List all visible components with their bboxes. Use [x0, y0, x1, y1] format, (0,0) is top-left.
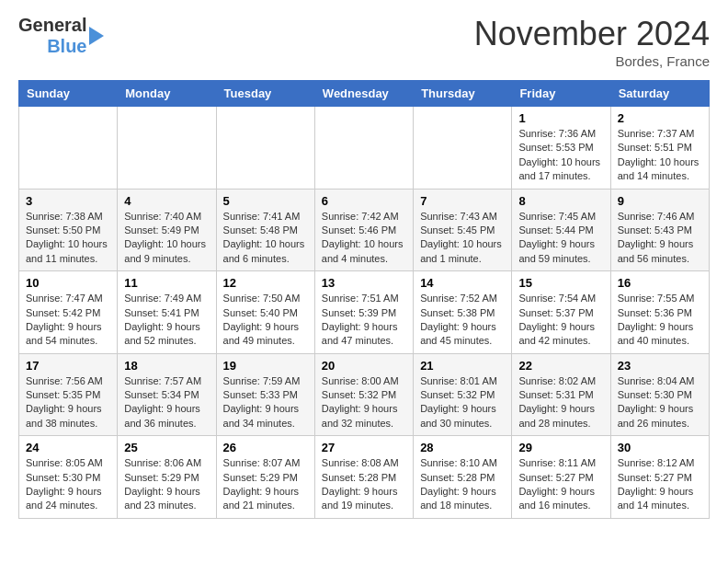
- day-number: 2: [618, 111, 702, 125]
- cell-w4-d3: 27Sunrise: 8:08 AM Sunset: 5:28 PM Dayli…: [314, 436, 413, 519]
- cell-w4-d1: 25Sunrise: 8:06 AM Sunset: 5:29 PM Dayli…: [118, 436, 216, 519]
- day-number: 6: [322, 194, 406, 208]
- day-info: Sunrise: 7:46 AM Sunset: 5:43 PM Dayligh…: [618, 210, 702, 267]
- location: Bordes, France: [474, 53, 710, 69]
- cell-w0-d4: [414, 107, 512, 190]
- day-number: 12: [223, 276, 308, 290]
- cell-w4-d0: 24Sunrise: 8:05 AM Sunset: 5:30 PM Dayli…: [19, 436, 118, 519]
- day-number: 19: [223, 359, 308, 373]
- day-number: 15: [518, 276, 603, 290]
- cell-w1-d6: 9Sunrise: 7:46 AM Sunset: 5:43 PM Daylig…: [610, 189, 709, 271]
- header-row: Sunday Monday Tuesday Wednesday Thursday…: [19, 81, 710, 107]
- day-number: 3: [26, 194, 110, 208]
- cell-w3-d5: 22Sunrise: 8:02 AM Sunset: 5:31 PM Dayli…: [512, 353, 610, 436]
- day-info: Sunrise: 7:45 AM Sunset: 5:44 PM Dayligh…: [518, 210, 603, 267]
- cell-w4-d2: 26Sunrise: 8:07 AM Sunset: 5:29 PM Dayli…: [216, 436, 314, 519]
- day-info: Sunrise: 7:56 AM Sunset: 5:35 PM Dayligh…: [26, 374, 110, 431]
- cell-w2-d4: 14Sunrise: 7:52 AM Sunset: 5:38 PM Dayli…: [414, 271, 512, 354]
- day-number: 25: [124, 441, 209, 454]
- day-number: 10: [26, 276, 110, 290]
- day-info: Sunrise: 7:50 AM Sunset: 5:40 PM Dayligh…: [223, 292, 308, 349]
- day-number: 9: [618, 194, 702, 208]
- cell-w0-d2: [216, 107, 314, 190]
- day-number: 21: [420, 359, 505, 373]
- day-info: Sunrise: 7:41 AM Sunset: 5:48 PM Dayligh…: [223, 210, 308, 267]
- cell-w4-d5: 29Sunrise: 8:11 AM Sunset: 5:27 PM Dayli…: [512, 436, 610, 519]
- cell-w2-d2: 12Sunrise: 7:50 AM Sunset: 5:40 PM Dayli…: [216, 271, 314, 354]
- cell-w3-d1: 18Sunrise: 7:57 AM Sunset: 5:34 PM Dayli…: [118, 353, 216, 436]
- cell-w0-d3: [314, 107, 413, 190]
- day-info: Sunrise: 8:11 AM Sunset: 5:27 PM Dayligh…: [518, 456, 603, 513]
- cell-w3-d4: 21Sunrise: 8:01 AM Sunset: 5:32 PM Dayli…: [414, 353, 512, 436]
- day-number: 7: [420, 194, 505, 208]
- day-info: Sunrise: 8:07 AM Sunset: 5:29 PM Dayligh…: [223, 456, 308, 513]
- cell-w2-d3: 13Sunrise: 7:51 AM Sunset: 5:39 PM Dayli…: [314, 271, 413, 354]
- col-tuesday: Tuesday: [216, 81, 314, 107]
- logo: General Blue: [18, 15, 104, 57]
- day-number: 14: [420, 276, 505, 290]
- cell-w3-d3: 20Sunrise: 8:00 AM Sunset: 5:32 PM Dayli…: [314, 353, 413, 436]
- day-info: Sunrise: 8:02 AM Sunset: 5:31 PM Dayligh…: [518, 374, 603, 431]
- day-number: 5: [223, 194, 308, 208]
- day-info: Sunrise: 7:36 AM Sunset: 5:53 PM Dayligh…: [518, 127, 603, 184]
- day-number: 28: [420, 441, 505, 454]
- cell-w0-d5: 1Sunrise: 7:36 AM Sunset: 5:53 PM Daylig…: [512, 107, 610, 190]
- cell-w0-d1: [118, 107, 216, 190]
- week-row-4: 17Sunrise: 7:56 AM Sunset: 5:35 PM Dayli…: [19, 353, 710, 436]
- day-number: 4: [124, 194, 209, 208]
- day-number: 30: [618, 441, 702, 454]
- day-info: Sunrise: 7:55 AM Sunset: 5:36 PM Dayligh…: [618, 292, 702, 349]
- week-row-3: 10Sunrise: 7:47 AM Sunset: 5:42 PM Dayli…: [19, 271, 710, 354]
- day-info: Sunrise: 7:47 AM Sunset: 5:42 PM Dayligh…: [26, 292, 110, 349]
- cell-w3-d0: 17Sunrise: 7:56 AM Sunset: 5:35 PM Dayli…: [19, 353, 118, 436]
- day-info: Sunrise: 7:54 AM Sunset: 5:37 PM Dayligh…: [518, 292, 603, 349]
- week-row-2: 3Sunrise: 7:38 AM Sunset: 5:50 PM Daylig…: [19, 189, 710, 271]
- day-info: Sunrise: 8:06 AM Sunset: 5:29 PM Dayligh…: [124, 456, 209, 513]
- cell-w1-d4: 7Sunrise: 7:43 AM Sunset: 5:45 PM Daylig…: [414, 189, 512, 271]
- day-info: Sunrise: 7:38 AM Sunset: 5:50 PM Dayligh…: [26, 210, 110, 267]
- day-number: 27: [322, 441, 406, 454]
- day-number: 16: [618, 276, 702, 290]
- logo-blue: Blue: [47, 36, 86, 57]
- month-title: November 2024: [474, 15, 710, 53]
- col-saturday: Saturday: [610, 81, 709, 107]
- day-number: 24: [26, 441, 110, 454]
- day-info: Sunrise: 7:52 AM Sunset: 5:38 PM Dayligh…: [420, 292, 505, 349]
- day-info: Sunrise: 7:37 AM Sunset: 5:51 PM Dayligh…: [618, 127, 702, 184]
- cell-w1-d3: 6Sunrise: 7:42 AM Sunset: 5:46 PM Daylig…: [314, 189, 413, 271]
- header: General Blue November 2024 Bordes, Franc…: [18, 15, 710, 69]
- col-thursday: Thursday: [414, 81, 512, 107]
- day-number: 23: [618, 359, 702, 373]
- col-monday: Monday: [118, 81, 216, 107]
- day-info: Sunrise: 7:59 AM Sunset: 5:33 PM Dayligh…: [223, 374, 308, 431]
- cell-w4-d4: 28Sunrise: 8:10 AM Sunset: 5:28 PM Dayli…: [414, 436, 512, 519]
- day-number: 22: [518, 359, 603, 373]
- col-friday: Friday: [512, 81, 610, 107]
- day-info: Sunrise: 8:01 AM Sunset: 5:32 PM Dayligh…: [420, 374, 505, 431]
- day-info: Sunrise: 7:40 AM Sunset: 5:49 PM Dayligh…: [124, 210, 209, 267]
- calendar-table: Sunday Monday Tuesday Wednesday Thursday…: [18, 80, 710, 519]
- cell-w2-d5: 15Sunrise: 7:54 AM Sunset: 5:37 PM Dayli…: [512, 271, 610, 354]
- cell-w2-d0: 10Sunrise: 7:47 AM Sunset: 5:42 PM Dayli…: [19, 271, 118, 354]
- page-container: General Blue November 2024 Bordes, Franc…: [0, 0, 728, 534]
- day-info: Sunrise: 7:49 AM Sunset: 5:41 PM Dayligh…: [124, 292, 209, 349]
- day-number: 8: [518, 194, 603, 208]
- day-number: 26: [223, 441, 308, 454]
- cell-w2-d1: 11Sunrise: 7:49 AM Sunset: 5:41 PM Dayli…: [118, 271, 216, 354]
- day-number: 13: [322, 276, 406, 290]
- day-info: Sunrise: 8:05 AM Sunset: 5:30 PM Dayligh…: [26, 456, 110, 513]
- day-info: Sunrise: 7:42 AM Sunset: 5:46 PM Dayligh…: [322, 210, 406, 267]
- day-number: 18: [124, 359, 209, 373]
- week-row-5: 24Sunrise: 8:05 AM Sunset: 5:30 PM Dayli…: [19, 436, 710, 519]
- day-number: 29: [518, 441, 603, 454]
- cell-w3-d2: 19Sunrise: 7:59 AM Sunset: 5:33 PM Dayli…: [216, 353, 314, 436]
- cell-w2-d6: 16Sunrise: 7:55 AM Sunset: 5:36 PM Dayli…: [610, 271, 709, 354]
- logo-arrow-icon: [89, 27, 104, 45]
- logo-general: General: [18, 15, 86, 36]
- day-number: 1: [518, 111, 603, 125]
- day-info: Sunrise: 7:43 AM Sunset: 5:45 PM Dayligh…: [420, 210, 505, 267]
- day-info: Sunrise: 8:00 AM Sunset: 5:32 PM Dayligh…: [322, 374, 406, 431]
- cell-w1-d5: 8Sunrise: 7:45 AM Sunset: 5:44 PM Daylig…: [512, 189, 610, 271]
- col-sunday: Sunday: [19, 81, 118, 107]
- cell-w0-d6: 2Sunrise: 7:37 AM Sunset: 5:51 PM Daylig…: [610, 107, 709, 190]
